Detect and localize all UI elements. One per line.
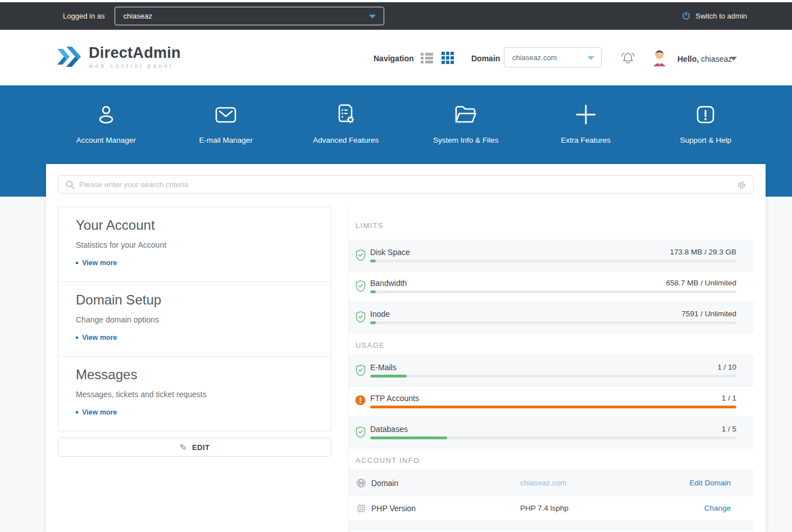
directadmin-dashboard: Logged in as chiaseaz Switch to admin Di… (0, 0, 792, 532)
search-bar (58, 175, 754, 194)
navigation-label: Navigation (374, 54, 414, 63)
nav-item-label: E-mail Manager (166, 136, 286, 144)
directadmin-logo-icon (56, 44, 83, 70)
stats-panel: LIMITS Disk Space 173.8 MB / 29.3 GB Ban… (348, 207, 754, 532)
stat-row-disk-space[interactable]: Disk Space 173.8 MB / 29.3 GB (349, 240, 754, 271)
stat-value: 1 / 10 (717, 363, 736, 371)
user-select-value: chiaseaz (123, 12, 152, 20)
stat-row-bandwidth[interactable]: Bandwidth 658.7 MB / Unlimited (349, 271, 754, 302)
nav-advanced-features[interactable]: Advanced Features (286, 101, 406, 144)
info-row-php-version: PHP Version PHP 7.4 lsphp Change (349, 495, 754, 521)
nav-account-manager[interactable]: Account Manager (46, 101, 166, 144)
change-php-link[interactable]: Change (704, 504, 731, 512)
info-label: PHP Version (371, 504, 416, 513)
php-version-value: PHP 7.4 lsphp (520, 504, 568, 512)
progress-bar (370, 406, 736, 408)
card-subtitle: Messages, tickets and ticket requests (76, 390, 320, 399)
gear-icon (737, 180, 747, 190)
progress-bar (370, 260, 736, 262)
greeting-prefix: Hello, (677, 54, 699, 63)
view-more-link[interactable]: View more (76, 408, 320, 416)
banner-items: Account Manager E-mail Manager (46, 101, 766, 144)
document-gear-icon (335, 103, 357, 126)
shield-check-icon (355, 249, 366, 261)
warning-circle-icon (355, 395, 366, 406)
logged-in-as-label: Logged in as (63, 12, 104, 20)
card-subtitle: Statistics for your Account (76, 240, 320, 249)
card-title: Messages (76, 367, 320, 383)
header: DirectAdmin web control panel Navigation… (0, 30, 792, 85)
logo-text: DirectAdmin web control panel (89, 46, 181, 69)
stat-value: 658.7 MB / Unlimited (666, 279, 736, 287)
stat-label: Inode (370, 310, 390, 319)
stat-row-emails[interactable]: E-Mails 1 / 10 (349, 355, 754, 386)
plus-icon (575, 103, 597, 126)
nav-email-manager[interactable]: E-mail Manager (166, 101, 286, 144)
left-panel: Your Account Statistics for your Account… (58, 207, 331, 457)
stat-value: 173.8 MB / 29.3 GB (670, 248, 736, 256)
stat-row-inode[interactable]: Inode 7591 / Unlimited (349, 302, 754, 333)
directadmin-logo[interactable]: DirectAdmin web control panel (56, 44, 181, 70)
search-settings-button[interactable] (737, 180, 747, 190)
content-card: Your Account Statistics for your Account… (46, 164, 766, 532)
logo-title: DirectAdmin (89, 46, 181, 61)
shield-check-icon (355, 364, 366, 376)
card-title: Domain Setup (76, 292, 320, 308)
stat-label: Databases (370, 425, 408, 434)
domain-select[interactable]: chiaseaz.com (504, 47, 602, 67)
cpu-icon (356, 503, 366, 513)
search-input[interactable] (79, 180, 753, 189)
shield-check-icon (355, 311, 366, 323)
stat-value: 7591 / Unlimited (681, 310, 736, 318)
edit-domain-link[interactable]: Edit Domain (689, 479, 731, 487)
card-title: Your Account (76, 217, 320, 233)
chevron-down-icon (369, 15, 376, 19)
usage-heading: USAGE (349, 333, 754, 355)
nav-item-label: Support & Help (646, 136, 766, 144)
nav-extra-features[interactable]: Extra Features (526, 101, 646, 144)
pencil-icon: ✎ (179, 442, 186, 453)
stat-row-ftp-accounts[interactable]: FTP Accounts 1 / 1 (349, 386, 754, 417)
domain-select-value: chiaseaz.com (512, 53, 557, 62)
domain-value-link[interactable]: chiaseaz.com (520, 479, 567, 487)
your-account-card[interactable]: Your Account Statistics for your Account… (58, 207, 331, 282)
user-select[interactable]: chiaseaz (115, 7, 384, 25)
grid-view-icon[interactable] (441, 52, 454, 64)
notifications-bell-icon[interactable] (620, 50, 636, 66)
nav-item-label: Advanced Features (286, 136, 406, 144)
view-more-link[interactable]: View more (76, 334, 320, 342)
stat-label: Disk Space (370, 248, 410, 257)
info-label: Domain (371, 479, 398, 488)
info-row-domain: Domain chiaseaz.com Edit Domain (349, 470, 754, 495)
nav-item-label: Account Manager (46, 136, 166, 144)
truncated-row (349, 521, 754, 531)
shield-check-icon (355, 280, 366, 292)
limits-heading: LIMITS (349, 207, 754, 240)
logo-subtitle: web control panel (89, 62, 181, 69)
list-view-icon[interactable] (421, 53, 433, 63)
nav-item-label: System Info & Files (406, 136, 526, 144)
edit-button[interactable]: ✎ EDIT (58, 438, 331, 457)
bullet-icon (76, 411, 78, 413)
chevron-down-icon (588, 56, 594, 60)
greeting-user: chiaseaz (701, 54, 732, 63)
switch-to-admin-button[interactable]: Switch to admin (681, 11, 747, 21)
messages-card[interactable]: Messages Messages, tickets and ticket re… (58, 356, 331, 431)
view-more-link[interactable]: View more (76, 259, 320, 267)
edit-button-label: EDIT (192, 443, 210, 452)
stat-row-databases[interactable]: Databases 1 / 5 (349, 417, 754, 448)
user-avatar[interactable] (650, 48, 668, 67)
progress-bar (370, 375, 736, 378)
chevron-down-icon[interactable] (730, 57, 737, 61)
nav-item-label: Extra Features (526, 136, 646, 144)
shield-check-icon (355, 426, 366, 438)
user-icon (95, 103, 117, 126)
domain-setup-card[interactable]: Domain Setup Change domain options View … (58, 281, 331, 357)
nav-system-info-files[interactable]: System Info & Files (406, 101, 526, 144)
greeting[interactable]: Hello, chiaseaz (677, 54, 732, 63)
stat-label: FTP Accounts (370, 394, 419, 403)
domain-label: Domain (471, 54, 500, 63)
nav-support-help[interactable]: Support & Help (646, 101, 766, 144)
envelope-icon (214, 103, 238, 126)
progress-bar (370, 290, 736, 293)
